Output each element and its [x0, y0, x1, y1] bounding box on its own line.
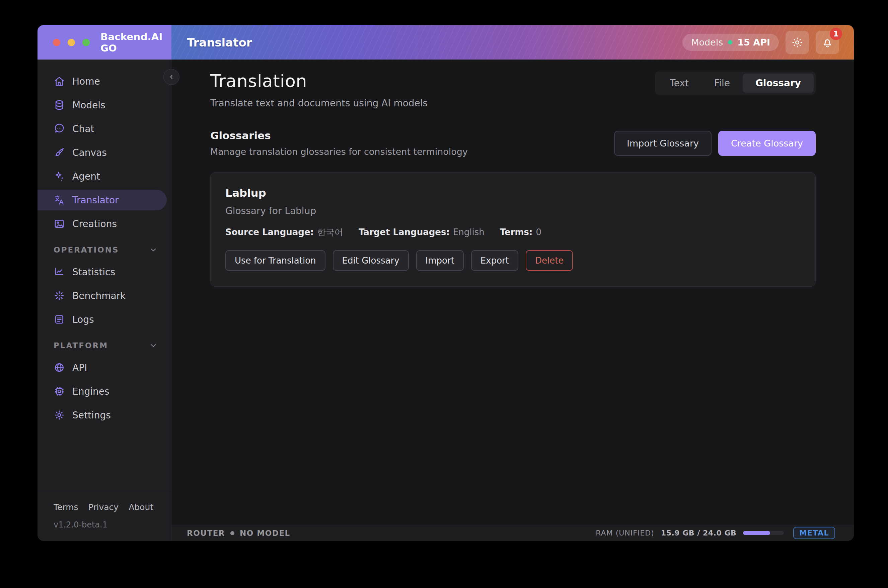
page-title: Translation	[210, 71, 427, 91]
section-title: OPERATIONS	[54, 246, 119, 254]
minimize-window-button[interactable]	[68, 39, 75, 46]
benchmark-icon	[54, 290, 65, 302]
glossary-description: Glossary for Lablup	[225, 206, 801, 216]
target-languages-meta: Target Languages:English	[359, 227, 485, 237]
notification-badge: 1	[830, 28, 842, 40]
sidebar-item-engines[interactable]: Engines	[38, 381, 171, 402]
sidebar-item-translator[interactable]: Translator	[38, 190, 167, 210]
privacy-link[interactable]: Privacy	[89, 502, 119, 512]
sidebar-item-label: API	[72, 362, 87, 373]
api-count: 15 API	[737, 37, 770, 48]
chevron-down-icon	[149, 341, 158, 350]
router-label: ROUTER	[187, 529, 225, 537]
close-window-button[interactable]	[53, 39, 60, 46]
source-language-meta: Source Language:한국어	[225, 226, 343, 238]
glossaries-title: Glossaries	[210, 129, 468, 141]
app-title: Backend.AI GO	[101, 31, 172, 54]
source-language-label: Source Language:	[225, 227, 314, 237]
sidebar-item-models[interactable]: Models	[38, 94, 171, 116]
titlebar-sidebar-section: Backend.AI GO	[38, 25, 172, 60]
import-glossary-button[interactable]: Import Glossary	[614, 131, 712, 156]
gear-icon	[54, 410, 65, 421]
sidebar-item-chat[interactable]: Chat	[38, 118, 171, 139]
sidebar-item-agent[interactable]: Agent	[38, 166, 171, 187]
sidebar-item-settings[interactable]: Settings	[38, 405, 171, 426]
tab-text[interactable]: Text	[657, 74, 701, 93]
sidebar-section-platform[interactable]: PLATFORM	[38, 341, 171, 350]
image-icon	[54, 218, 65, 230]
sidebar-section-operations[interactable]: OPERATIONS	[38, 246, 171, 254]
online-dot-icon	[728, 40, 732, 45]
create-glossary-button[interactable]: Create Glossary	[718, 131, 816, 156]
tab-glossary[interactable]: Glossary	[743, 74, 814, 93]
translate-icon	[54, 194, 65, 206]
ram-value: 15.9 GB / 24.0 GB	[661, 529, 736, 537]
sidebar-item-label: Engines	[72, 386, 110, 397]
import-button[interactable]: Import	[416, 250, 464, 271]
delete-button[interactable]: Delete	[526, 250, 573, 271]
notifications-button[interactable]: 1	[816, 31, 839, 54]
ram-progress-fill	[743, 531, 770, 535]
chevron-down-icon	[149, 246, 158, 254]
sidebar-item-home[interactable]: Home	[38, 71, 171, 92]
backend-badge: METAL	[793, 527, 835, 539]
database-icon	[54, 99, 65, 111]
sidebar-item-creations[interactable]: Creations	[38, 213, 171, 234]
globe-icon	[54, 362, 65, 373]
traffic-lights	[53, 39, 90, 46]
titlebar: Backend.AI GO Translator Models 15 API	[38, 25, 854, 60]
sidebar-item-label: Home	[72, 76, 100, 87]
chat-bubble-icon	[54, 123, 65, 135]
target-languages-label: Target Languages:	[359, 227, 450, 237]
header-gradient-bar: Translator Models 15 API	[172, 25, 854, 60]
sidebar-item-label: Benchmark	[72, 290, 126, 302]
chip-icon	[54, 386, 65, 397]
page-subtitle: Translate text and documents using AI mo…	[210, 98, 427, 109]
terms-label: Terms:	[500, 227, 533, 237]
sun-icon	[791, 36, 803, 48]
desktop-background: Backend.AI GO Translator Models 15 API	[0, 0, 888, 588]
sidebar-item-label: Statistics	[72, 267, 115, 278]
paintbrush-icon	[54, 147, 65, 158]
sidebar-item-label: Canvas	[72, 147, 107, 158]
app-window: Backend.AI GO Translator Models 15 API	[38, 25, 854, 541]
sidebar-item-label: Models	[72, 100, 105, 111]
main-area: Translation Translate text and documents…	[172, 60, 854, 541]
theme-toggle-button[interactable]	[786, 31, 809, 54]
sidebar-item-label: Creations	[72, 218, 117, 230]
sidebar-item-label: Chat	[72, 123, 94, 135]
maximize-window-button[interactable]	[82, 39, 90, 46]
sidebar-nav: Home Models	[38, 60, 171, 492]
sidebar: Home Models	[38, 60, 172, 541]
sidebar-item-logs[interactable]: Logs	[38, 309, 171, 330]
sidebar-item-label: Logs	[72, 314, 94, 325]
sidebar-item-label: Agent	[72, 171, 100, 182]
sidebar-item-benchmark[interactable]: Benchmark	[38, 285, 171, 306]
target-languages-value: English	[453, 227, 485, 237]
use-for-translation-button[interactable]: Use for Translation	[225, 250, 325, 271]
ram-progress-bar	[743, 531, 784, 535]
sparkles-icon	[54, 171, 65, 182]
models-status-pill[interactable]: Models 15 API	[682, 34, 779, 51]
chevron-left-icon	[168, 74, 175, 80]
terms-count: 0	[536, 227, 542, 237]
sidebar-item-canvas[interactable]: Canvas	[38, 142, 171, 163]
tab-file[interactable]: File	[701, 74, 743, 93]
header-page-title: Translator	[187, 36, 252, 49]
model-status-dot-icon	[230, 531, 235, 535]
sidebar-item-label: Settings	[72, 410, 111, 421]
edit-glossary-button[interactable]: Edit Glossary	[333, 250, 409, 271]
app-version: v1.2.0-beta.1	[54, 520, 155, 530]
models-pill-label: Models	[691, 37, 723, 48]
glossaries-subtitle: Manage translation glossaries for consis…	[210, 147, 468, 157]
sidebar-item-statistics[interactable]: Statistics	[38, 261, 171, 282]
export-button[interactable]: Export	[471, 250, 518, 271]
about-link[interactable]: About	[129, 502, 154, 512]
sidebar-item-api[interactable]: API	[38, 357, 171, 378]
section-title: PLATFORM	[54, 341, 108, 350]
sidebar-collapse-button[interactable]	[163, 69, 179, 85]
home-icon	[54, 76, 65, 87]
translation-mode-tabs: Text File Glossary	[655, 72, 816, 94]
sidebar-footer: Terms Privacy About v1.2.0-beta.1	[38, 492, 171, 541]
terms-link[interactable]: Terms	[54, 502, 78, 512]
